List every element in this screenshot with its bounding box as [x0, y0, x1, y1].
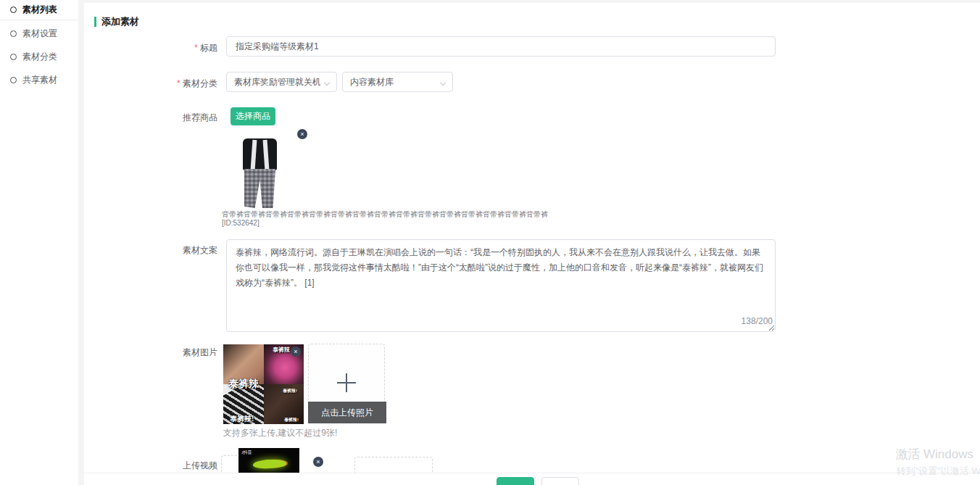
radio-circle-icon [10, 7, 17, 13]
images-hint: 支持多张上传,建议不超过9张! [223, 427, 337, 439]
images-label: 素材图片 [84, 347, 217, 359]
remove-image-icon[interactable]: × [291, 347, 301, 357]
title-label: 标题 [84, 42, 217, 54]
sidebar-item-material-list[interactable]: 素材列表 [0, 0, 78, 20]
sidebar-item-material-settings[interactable]: 素材设置 [0, 23, 78, 43]
copy-label: 素材文案 [84, 244, 217, 257]
product-name: 背带裤背带裤背带裤背带裤背带裤背带裤背带裤背带裤背带裤背带裤背带裤背带裤背带裤背… [222, 210, 570, 218]
sidebar-item-label: 共享素材 [22, 74, 57, 86]
video-logo: 抖音 [244, 450, 252, 455]
plus-icon [337, 373, 356, 392]
sidebar-item-label: 素材设置 [22, 28, 57, 40]
sidebar-item-shared-material[interactable]: 共享素材 [0, 70, 78, 90]
radio-circle-icon [10, 54, 17, 60]
choose-product-button[interactable]: 选择商品 [231, 107, 275, 125]
video-frame-graphic [253, 459, 287, 469]
video-upload-box-2[interactable] [354, 457, 433, 474]
product-id: [ID:532642] [222, 219, 259, 227]
upload-photo-box[interactable]: 点击上传照片 [308, 344, 385, 423]
product-image-top [243, 138, 277, 170]
sidebar-item-label: 素材列表 [22, 4, 57, 16]
upload-photo-button[interactable]: 点击上传照片 [308, 402, 386, 423]
sidebar: 素材列表 素材设置 素材分类 共享素材 [0, 0, 78, 485]
category-select-1[interactable]: 素材库奖励管理就关机拉了' [226, 72, 337, 92]
radio-circle-icon [10, 30, 17, 37]
cancel-button[interactable] [541, 477, 579, 485]
page-title: 添加素材 [94, 15, 139, 28]
category-label: 素材分类 [84, 78, 217, 90]
main-panel: 添加素材 标题 素材分类 素材库奖励管理就关机拉了' 内容素材库 推荐商品 选择… [84, 3, 980, 485]
submit-button[interactable] [497, 477, 534, 485]
title-input[interactable] [226, 36, 776, 57]
remove-video-icon[interactable]: × [313, 457, 323, 467]
product-image-pants [244, 169, 275, 208]
uploaded-image-thumbnail[interactable]: 泰裤辣 泰裤辣 泰裤辣! 泰裤辣! 泰裤辣! [223, 344, 304, 424]
product-image [237, 134, 283, 210]
sidebar-item-label: 素材分类 [22, 51, 57, 63]
accent-bar [94, 17, 96, 27]
uploaded-video-thumbnail[interactable]: ♪抖音 [238, 448, 299, 474]
video-label: 上传视频 [84, 460, 217, 472]
remove-product-icon[interactable]: × [297, 129, 307, 139]
sidebar-item-material-category[interactable]: 素材分类 [0, 46, 78, 67]
product-label: 推荐商品 [84, 112, 217, 124]
category-select-2[interactable]: 内容素材库 [342, 72, 453, 92]
chevron-down-icon [441, 80, 446, 86]
footer-action-bar [84, 473, 980, 485]
copy-textarea[interactable]: 泰裤辣，网络流行词。源自于王琳凯在演唱会上说的一句话：“我是一个特别固执的人，我… [226, 239, 776, 332]
radio-circle-icon [10, 77, 17, 83]
chevron-down-icon [325, 80, 330, 86]
